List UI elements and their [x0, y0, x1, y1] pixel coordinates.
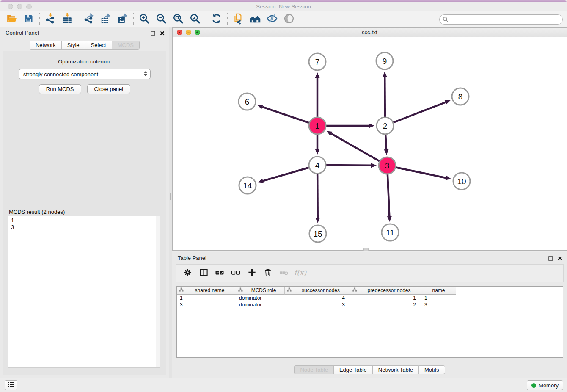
- edge-3-11[interactable]: [388, 173, 390, 216]
- edge-4-3[interactable]: [325, 165, 371, 166]
- memory-button[interactable]: Memory: [527, 380, 563, 390]
- deselect-all-button[interactable]: [228, 266, 243, 280]
- column-header-successor-nodes[interactable]: successor nodes: [285, 287, 350, 295]
- list-icon: [8, 381, 15, 389]
- duplicate-network-button[interactable]: [230, 12, 247, 26]
- column-header-label: MCDS role: [243, 287, 284, 293]
- table-settings-button[interactable]: [180, 266, 195, 280]
- graph-node-2[interactable]: 2: [377, 117, 394, 134]
- hide-selected-button[interactable]: [264, 12, 281, 26]
- close-panel-icon-button[interactable]: [159, 30, 165, 36]
- add-column-button[interactable]: [245, 266, 259, 280]
- delete-table-button[interactable]: [277, 266, 291, 280]
- vertical-splitter[interactable]: [169, 27, 172, 378]
- edge-2-3[interactable]: [385, 133, 386, 149]
- zoom-selected-button[interactable]: [187, 12, 204, 26]
- graph-node-1[interactable]: 1: [309, 117, 326, 134]
- column-header-predecessor-nodes[interactable]: predecessor nodes: [350, 287, 421, 295]
- delete-table-icon: [279, 268, 289, 278]
- graph-node-8[interactable]: 8: [452, 88, 469, 105]
- graph-node-15[interactable]: 15: [309, 225, 326, 242]
- export-table-button[interactable]: [97, 12, 114, 26]
- criterion-dropdown[interactable]: strongly connected component: [19, 69, 151, 79]
- close-panel-button[interactable]: Close panel: [87, 84, 131, 94]
- node-label: 3: [385, 161, 390, 170]
- import-network-icon: [45, 13, 56, 25]
- apply-function-button[interactable]: f(x): [293, 266, 307, 280]
- graph-node-3[interactable]: 3: [379, 157, 396, 174]
- save-session-button[interactable]: [20, 12, 37, 26]
- network-graph[interactable]: 7968124314101511: [173, 37, 567, 250]
- node-label: 11: [386, 228, 394, 237]
- open-folder-icon: [6, 13, 17, 25]
- graph-node-7[interactable]: 7: [309, 53, 326, 70]
- dropdown-stepper-icon: [144, 71, 147, 76]
- svg-text:f(x): f(x): [294, 268, 307, 277]
- float-panel-button[interactable]: [548, 255, 553, 261]
- column-header-name[interactable]: name: [421, 287, 456, 295]
- edge-1-6[interactable]: [262, 107, 310, 123]
- tab-network-table[interactable]: Network Table: [372, 365, 418, 374]
- tab-node-table[interactable]: Node Table: [294, 365, 333, 374]
- arrowhead-icon: [371, 163, 377, 168]
- unchecked-boxes-icon: [231, 268, 240, 279]
- tab-mcds[interactable]: MCDS: [112, 41, 140, 50]
- duplicate-network-icon: [232, 13, 244, 26]
- select-all-button[interactable]: [212, 266, 227, 280]
- refresh-view-button[interactable]: [208, 12, 225, 26]
- graph-node-11[interactable]: 11: [382, 224, 399, 241]
- zoom-in-icon: [139, 13, 150, 25]
- run-mcds-button[interactable]: Run MCDS: [39, 84, 81, 94]
- mcds-result-box[interactable]: 1 3: [8, 216, 160, 368]
- tab-style[interactable]: Style: [61, 41, 85, 50]
- mcds-result-text: 1 3: [8, 216, 160, 232]
- first-neighbors-button[interactable]: [247, 12, 264, 26]
- edge-4-15[interactable]: [317, 173, 318, 218]
- edge-2-9[interactable]: [385, 77, 385, 118]
- splitter-grip: [363, 248, 369, 251]
- table-row[interactable]: 3dominator323: [177, 301, 563, 308]
- task-history-button[interactable]: [5, 380, 17, 390]
- export-image-button[interactable]: [114, 12, 131, 26]
- delete-column-button[interactable]: [261, 266, 275, 280]
- node-label: 8: [458, 92, 463, 101]
- tab-motifs[interactable]: Motifs: [418, 365, 445, 374]
- arrowhead-icon: [445, 100, 451, 105]
- graph-node-6[interactable]: 6: [239, 93, 256, 110]
- show-all-button[interactable]: [281, 12, 297, 26]
- edge-3-10[interactable]: [395, 167, 446, 178]
- node-table-header: shared nameMCDS rolesuccessor nodesprede…: [177, 287, 563, 295]
- zoom-fit-button[interactable]: [170, 12, 187, 26]
- column-header-shared-name[interactable]: shared name: [177, 287, 236, 295]
- column-header-label: successor nodes: [292, 287, 350, 293]
- edge-3-1[interactable]: [331, 134, 380, 162]
- export-network-button[interactable]: [80, 12, 97, 26]
- graph-node-14[interactable]: 14: [239, 177, 256, 194]
- open-session-button[interactable]: [3, 12, 20, 26]
- graph-node-9[interactable]: 9: [376, 52, 393, 69]
- tab-select[interactable]: Select: [85, 41, 112, 50]
- zoom-in-button[interactable]: [136, 12, 153, 26]
- split-view-button[interactable]: [196, 266, 211, 280]
- splitter-grip: [170, 193, 171, 200]
- result-scrollbar[interactable]: [156, 216, 160, 367]
- graph-node-4[interactable]: 4: [309, 157, 326, 174]
- tab-edge-table[interactable]: Edge Table: [333, 365, 372, 374]
- table-row[interactable]: 1dominator411: [177, 295, 563, 301]
- close-panel-icon-button[interactable]: [557, 255, 563, 261]
- edge-4-14[interactable]: [263, 167, 310, 181]
- graph-node-10[interactable]: 10: [453, 173, 470, 190]
- status-bar: Memory: [0, 378, 567, 392]
- node-table[interactable]: shared nameMCDS rolesuccessor nodesprede…: [176, 286, 563, 358]
- tab-network[interactable]: Network: [30, 41, 61, 50]
- column-header-MCDS-role[interactable]: MCDS role: [236, 287, 285, 295]
- import-network-button[interactable]: [42, 12, 59, 26]
- zoom-out-button[interactable]: [153, 12, 170, 26]
- float-panel-button[interactable]: [150, 30, 156, 36]
- node-label: 9: [383, 57, 387, 66]
- import-table-button[interactable]: [59, 12, 76, 26]
- edge-2-8[interactable]: [392, 102, 446, 123]
- main-toolbar: [0, 11, 567, 27]
- search-input[interactable]: [439, 14, 563, 25]
- home-icon: [249, 13, 261, 26]
